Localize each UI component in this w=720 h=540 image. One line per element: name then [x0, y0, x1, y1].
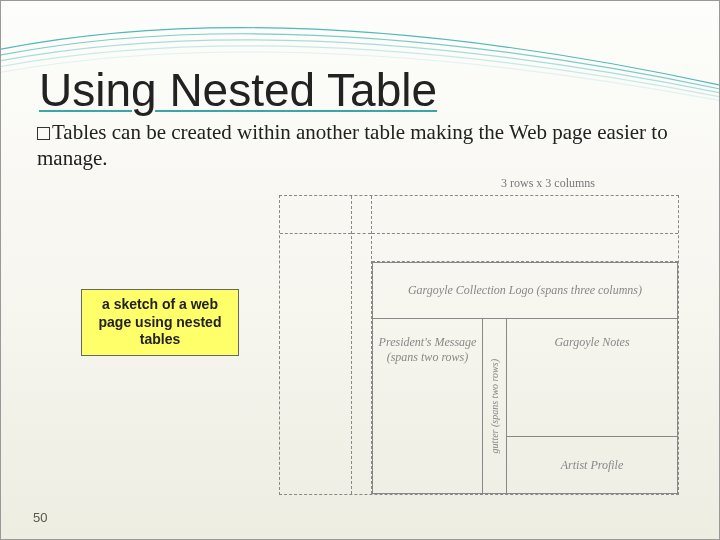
page-number: 50	[33, 510, 47, 525]
gutter-text: gutter (spans two rows)	[489, 359, 500, 453]
outer-dashed-table: Gargoyle Collection Logo (spans three co…	[279, 195, 679, 495]
nested-table-sketch: 3 rows x 3 columns Gargoyle Collection L…	[279, 176, 679, 495]
callout-box: a sketch of a web page using nested tabl…	[81, 289, 239, 356]
president-cell: President's Message (spans two rows)	[373, 319, 483, 493]
gutter-cell: gutter (spans two rows)	[483, 319, 507, 493]
notes-cell: Gargoyle Notes	[507, 319, 677, 437]
artist-cell: Artist Profile	[507, 437, 677, 493]
inner-header-cell: Gargoyle Collection Logo (spans three co…	[373, 263, 677, 319]
bullet-square-icon	[37, 127, 50, 140]
outer-col-2	[352, 196, 372, 494]
outer-col-1	[280, 196, 352, 494]
bullet-text: Tables can be created within another tab…	[37, 120, 668, 170]
outer-col-3: Gargoyle Collection Logo (spans three co…	[372, 196, 678, 494]
inner-solid-table: Gargoyle Collection Logo (spans three co…	[372, 262, 678, 494]
sketch-caption: 3 rows x 3 columns	[279, 176, 679, 191]
slide-title: Using Nested Table	[39, 63, 437, 117]
bullet-paragraph: Tables can be created within another tab…	[37, 119, 677, 172]
